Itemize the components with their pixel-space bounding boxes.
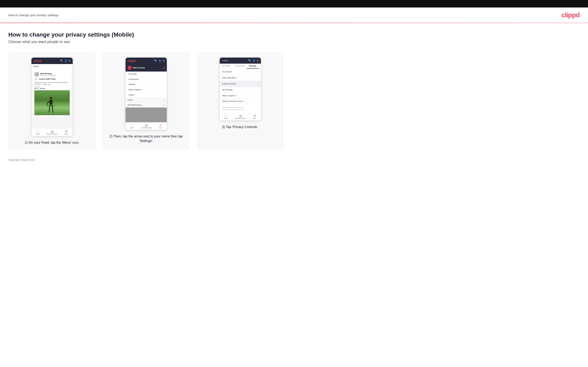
my-account-label: My Account (222, 71, 232, 73)
svg-line-8 (53, 110, 53, 112)
card-2: clippd 🔍 👤 ⚙ Blair McHarg (103, 52, 190, 150)
lesson-icon: 📋 (34, 77, 38, 81)
settings-my-account[interactable]: My Account › (220, 69, 261, 75)
phone-icons-3: 🔍 👤 ⚙ (248, 59, 259, 62)
nav-home-2: ⌂ Home (130, 124, 134, 128)
golfer-silhouette (46, 96, 56, 113)
my-golf-bag-label: My Golf Bag (222, 89, 233, 91)
dropdown-my-profile[interactable]: My Profile (126, 72, 167, 77)
header-title: How to change your privacy settings (8, 13, 59, 17)
dropdown-panel: Blair McHarg ∧ My Profile Connections Se… (126, 64, 167, 108)
svg-line-5 (49, 105, 50, 110)
feed-user-info: Blair McHarg Yesterday · Sunningdale (40, 73, 56, 76)
home-icon-2: ⌂ (131, 124, 133, 127)
dropdown-user-row: Blair McHarg ∧ (126, 64, 167, 72)
feed-tab: Feed (31, 64, 73, 69)
page-title: How to change your privacy settings (Mob… (8, 31, 580, 38)
profile-icon: 👤 (64, 59, 67, 62)
my-account-arrow: › (258, 70, 258, 73)
lesson-desc: Looking to feel like my hands are exitin… (34, 82, 70, 85)
back-button[interactable]: < Back (222, 59, 228, 62)
feed-avatar: B (34, 72, 39, 76)
card-1-caption: 1) On your Feed, tap the 'Menu' icon. (25, 140, 79, 145)
svg-line-3 (47, 103, 47, 106)
dropdown-user-avatar (128, 66, 132, 70)
settings-service-privacy[interactable]: Service & Privacy Policy ↗ (220, 99, 261, 104)
nav-performance-label-2: My Performance (141, 127, 152, 128)
card-3-caption: 3) Tap 'Privacy Controls'. (222, 125, 259, 129)
dropdown-home-section[interactable]: Home ∨ (126, 98, 167, 102)
search-icon-3: 🔍 (248, 59, 251, 62)
dropdown-connections[interactable]: Connections (126, 77, 167, 82)
phone-mockup-3: < Back 🔍 👤 ⚙ My Profile Connections Sett… (219, 57, 261, 121)
feed-user-meta: Yesterday · Sunningdale (40, 75, 56, 76)
version-info: Clippd Client Version: 2022.8.3-3 GQL Se… (220, 104, 261, 113)
phone-mockup-1: clippd 🔍 👤 ⚙ Feed B Blair M (31, 57, 73, 136)
gql-version: GQL Server Version: 2022.7.30-1 (222, 108, 258, 111)
phone-bottom-nav-2: ⌂ Home 📊 My Performance ✕ Menu (126, 122, 167, 130)
duration-val: 01 hr : 30 min (34, 88, 70, 89)
phone-bottom-nav-1: ⌂ Home 📊 My Performance ☰ Menu (31, 128, 73, 136)
tab-connections[interactable]: Connections (232, 64, 247, 69)
lesson-title: Lesson with Fordy (39, 78, 56, 80)
phone-mockup-2: clippd 🔍 👤 ⚙ Blair McHarg (125, 57, 167, 130)
svg-point-0 (50, 97, 52, 99)
nav-home-3: ⌂ Home (224, 114, 228, 119)
phone-content-1: B Blair McHarg Yesterday · Sunningdale 📋… (31, 70, 73, 128)
phone-icons-1: 🔍 👤 ⚙ (60, 59, 71, 62)
nav-home-1: ⌂ Home (36, 130, 40, 135)
nav-home-label-3: Home (224, 118, 228, 119)
settings-privacy-controls[interactable]: Privacy Controls › (220, 81, 261, 87)
search-icon-2: 🔍 (154, 59, 157, 62)
phone-icons-2: 🔍 👤 ⚙ (154, 59, 165, 62)
phone-topbar-1: clippd 🔍 👤 ⚙ (31, 58, 73, 64)
header: How to change your privacy settings clip… (0, 8, 588, 23)
nav-menu-label: Menu (65, 133, 68, 135)
svg-line-6 (52, 105, 53, 110)
service-privacy-label: Service & Privacy Policy ↗ (222, 100, 245, 102)
top-accent-bar (0, 0, 588, 8)
settings-tabs: My Profile Connections Settings (220, 64, 261, 69)
nav-performance-1: 📊 My Performance (47, 130, 58, 135)
dropdown-performance-label: My Performance (128, 104, 141, 106)
nav-performance-3: 📊 My Performance (235, 114, 246, 119)
dropdown-logout[interactable]: Logout (126, 92, 167, 98)
nav-home-label: Home (36, 133, 40, 135)
menu-icon-3: ☰ (254, 114, 256, 117)
tab-settings[interactable]: Settings (247, 64, 258, 69)
dropdown-user-left: Blair McHarg (128, 66, 145, 70)
menu-icon: ☰ (65, 130, 68, 133)
svg-line-7 (49, 110, 49, 112)
nav-menu-label-3: Menu (253, 118, 257, 119)
home-icon-3: ⌂ (225, 114, 227, 117)
phone-topbar-2: clippd 🔍 👤 ⚙ (126, 58, 167, 64)
lesson-row: 📋 Lesson with Fordy (34, 77, 70, 81)
nav-home-label-2: Home (130, 127, 134, 128)
help-support-label: Help & Support ↗ (222, 95, 237, 97)
nav-menu-1: ☰ Menu (65, 130, 68, 135)
settings-icon-3: ⚙ (257, 59, 259, 62)
settings-my-golf-bag[interactable]: My Golf Bag › (220, 87, 261, 93)
dropdown-performance-section[interactable]: My Performance ∨ (126, 102, 167, 108)
settings-list: My Account › Data Integrations › Privacy… (220, 69, 261, 104)
nav-performance-label: My Performance (47, 133, 58, 135)
nav-performance-2: 📊 My Performance (141, 124, 152, 128)
dropdown-chevron-up: ∧ (163, 67, 165, 69)
dropdown-settings[interactable]: Settings (126, 82, 167, 87)
feed-user-name: Blair McHarg (40, 73, 56, 75)
settings-icon: ⚙ (69, 59, 71, 62)
cards-container: clippd 🔍 👤 ⚙ Feed B Blair M (8, 52, 580, 150)
nav-menu-2: ✕ Menu (159, 124, 162, 128)
tab-my-profile[interactable]: My Profile (220, 64, 232, 69)
home-icon: ⌂ (37, 130, 39, 133)
card-1: clippd 🔍 👤 ⚙ Feed B Blair M (8, 52, 96, 150)
page-subtitle: Choose what you want people to see (8, 40, 580, 44)
svg-line-4 (47, 106, 55, 106)
settings-help-support[interactable]: Help & Support ↗ (220, 93, 261, 99)
settings-data-integrations[interactable]: Data Integrations › (220, 75, 261, 81)
phone-logo-2: clippd (128, 59, 136, 62)
feed-user-row: B Blair McHarg Yesterday · Sunningdale (34, 72, 70, 76)
dropdown-help-support[interactable]: Help & Support (126, 87, 167, 92)
performance-icon-3: 📊 (239, 114, 242, 117)
phone-bottom-nav-3: ⌂ Home 📊 My Performance ☰ Menu (220, 113, 261, 120)
